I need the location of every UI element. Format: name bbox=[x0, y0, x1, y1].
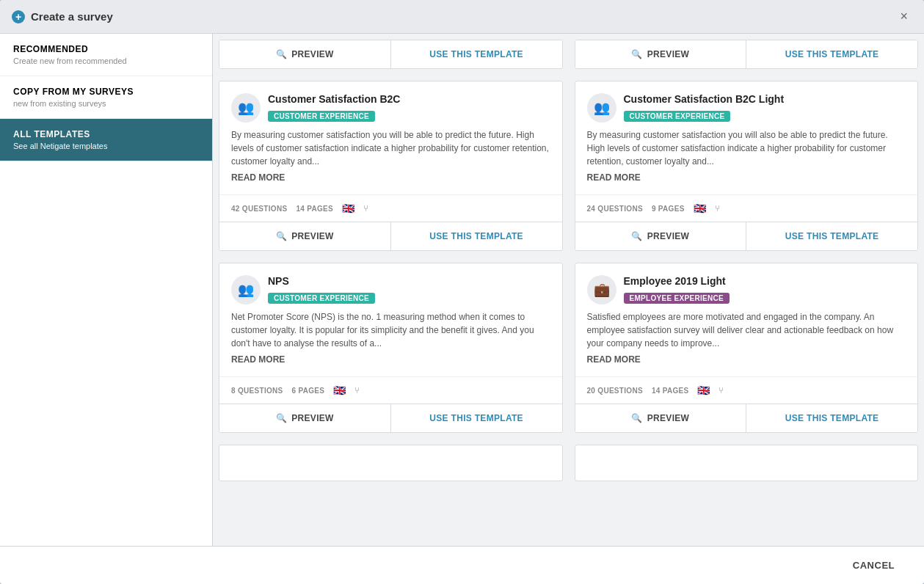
sidebar-item-recommended[interactable]: RECOMMENDED Create new from recommended bbox=[0, 34, 212, 76]
card-nps-icon: 👥 bbox=[231, 275, 261, 304]
card-csat-b2c-light-description: By measuring customer satisfaction you w… bbox=[587, 128, 906, 168]
preview-icon-csat-b2c-light: 🔍 bbox=[631, 231, 642, 241]
card-csat-b2c-pages: 14 PAGES bbox=[296, 205, 333, 213]
modal-title: Create a survey bbox=[31, 10, 113, 23]
card-csat-b2c-use-btn[interactable]: USE THIS TEMPLATE bbox=[391, 222, 562, 250]
card-employee-light-use-btn[interactable]: USE THIS TEMPLATE bbox=[746, 404, 917, 432]
card-csat-b2c-icon: 👥 bbox=[231, 93, 261, 123]
card-nps-flag: 🇬🇧 bbox=[333, 384, 346, 396]
card-nps-actions: 🔍 PREVIEW USE THIS TEMPLATE bbox=[219, 404, 562, 432]
card-csat-b2c-light-body: 👥 Customer Satisfaction B2C Light Custom… bbox=[575, 81, 918, 194]
card-nps: 👥 NPS Customer Experience Net Promoter S… bbox=[219, 263, 563, 433]
card-employee-light-badge: Employee Experience bbox=[624, 293, 730, 304]
card-csat-b2c-questions: 42 QUESTIONS bbox=[231, 205, 287, 213]
modal-header: + Create a survey × bbox=[0, 0, 924, 34]
card-csat-b2c-light-actions: 🔍 PREVIEW USE THIS TEMPLATE bbox=[575, 222, 918, 250]
card-employee-light-body: 💼 Employee 2019 Light Employee Experienc… bbox=[575, 263, 918, 376]
card-employee-light-flag: 🇬🇧 bbox=[697, 384, 710, 396]
card-csat-b2c: 👥 Customer Satisfaction B2C Customer Exp… bbox=[219, 81, 563, 251]
sidebar-item-copy-title: COPY FROM MY SURVEYS bbox=[13, 87, 199, 97]
close-button[interactable]: × bbox=[895, 7, 912, 26]
partial-preview-left[interactable]: 🔍 PREVIEW bbox=[219, 40, 391, 68]
card-nps-branch: ⑂ bbox=[354, 385, 360, 395]
card-csat-b2c-light-use-btn[interactable]: USE THIS TEMPLATE bbox=[746, 222, 917, 250]
card-csat-b2c-light-title: Customer Satisfaction B2C Light bbox=[624, 93, 906, 105]
card-nps-use-btn[interactable]: USE THIS TEMPLATE bbox=[391, 404, 562, 432]
card-csat-b2c-branch: ⑂ bbox=[363, 203, 368, 213]
card-nps-title-area: NPS Customer Experience bbox=[268, 275, 550, 304]
sidebar: RECOMMENDED Create new from recommended … bbox=[0, 34, 213, 546]
partial-use-left[interactable]: USE THIS TEMPLATE bbox=[391, 40, 562, 68]
card-nps-title: NPS bbox=[268, 275, 550, 287]
card-nps-questions: 8 QUESTIONS bbox=[231, 387, 283, 395]
card-csat-b2c-light-header: 👥 Customer Satisfaction B2C Light Custom… bbox=[587, 93, 906, 123]
cards-grid: 👥 Customer Satisfaction B2C Customer Exp… bbox=[213, 75, 924, 439]
card-csat-b2c-actions: 🔍 PREVIEW USE THIS TEMPLATE bbox=[219, 222, 562, 250]
partial-bottom-left bbox=[219, 445, 563, 481]
modal-header-left: + Create a survey bbox=[12, 10, 113, 23]
sidebar-item-all-title: ALL TEMPLATES bbox=[13, 129, 199, 139]
partial-card-right: 🔍 PREVIEW USE THIS TEMPLATE bbox=[575, 40, 919, 69]
card-employee-light-icon: 💼 bbox=[587, 275, 616, 304]
cancel-button[interactable]: CANCEL bbox=[841, 555, 906, 575]
card-csat-b2c-badge: Customer Experience bbox=[268, 111, 375, 122]
sidebar-item-all-templates[interactable]: ALL TEMPLATES See all Netigate templates bbox=[0, 119, 212, 161]
card-csat-b2c-meta: 42 QUESTIONS 14 PAGES 🇬🇧 ⑂ bbox=[219, 194, 562, 222]
plus-circle-icon: + bbox=[12, 10, 25, 23]
card-csat-b2c-title: Customer Satisfaction B2C bbox=[268, 93, 550, 105]
create-survey-modal: + Create a survey × RECOMMENDED Create n… bbox=[0, 0, 924, 584]
card-employee-light-preview-btn[interactable]: 🔍 PREVIEW bbox=[575, 404, 747, 432]
card-csat-b2c-light-icon: 👥 bbox=[587, 93, 616, 123]
card-nps-badge: Customer Experience bbox=[268, 293, 375, 304]
card-nps-read-more[interactable]: READ MORE bbox=[231, 354, 550, 365]
preview-icon-csat-b2c: 🔍 bbox=[276, 231, 287, 241]
card-employee-light-meta: 20 QUESTIONS 14 PAGES 🇬🇧 ⑂ bbox=[575, 376, 918, 404]
partial-use-right[interactable]: USE THIS TEMPLATE bbox=[746, 40, 917, 68]
card-employee-light-branch: ⑂ bbox=[719, 385, 724, 395]
card-employee-light-read-more[interactable]: READ MORE bbox=[587, 354, 906, 365]
card-csat-b2c-description: By measuring customer satisfaction you w… bbox=[231, 128, 550, 168]
card-csat-b2c-read-more[interactable]: READ MORE bbox=[231, 172, 550, 183]
sidebar-item-recommended-title: RECOMMENDED bbox=[13, 44, 199, 54]
card-csat-b2c-light-title-area: Customer Satisfaction B2C Light Customer… bbox=[624, 93, 906, 122]
sidebar-item-copy-surveys[interactable]: COPY FROM MY SURVEYS new from existing s… bbox=[0, 76, 212, 119]
card-employee-light-pages: 14 PAGES bbox=[652, 387, 689, 395]
sidebar-item-copy-subtitle: new from existing surveys bbox=[13, 99, 199, 108]
card-nps-body: 👥 NPS Customer Experience Net Promoter S… bbox=[219, 263, 562, 376]
partial-bottom-right bbox=[575, 445, 919, 481]
card-csat-b2c-light-read-more[interactable]: READ MORE bbox=[587, 172, 906, 183]
card-employee-light-questions: 20 QUESTIONS bbox=[587, 387, 643, 395]
card-employee-light-title: Employee 2019 Light bbox=[624, 275, 906, 287]
card-employee-light-actions: 🔍 PREVIEW USE THIS TEMPLATE bbox=[575, 404, 918, 432]
card-csat-b2c-preview-btn[interactable]: 🔍 PREVIEW bbox=[219, 222, 391, 250]
preview-icon-nps: 🔍 bbox=[276, 413, 287, 423]
preview-icon-partial-right: 🔍 bbox=[631, 49, 642, 59]
card-employee-light-title-area: Employee 2019 Light Employee Experience bbox=[624, 275, 906, 304]
card-nps-meta: 8 QUESTIONS 6 PAGES 🇬🇧 ⑂ bbox=[219, 376, 562, 404]
card-csat-b2c-body: 👥 Customer Satisfaction B2C Customer Exp… bbox=[219, 81, 562, 194]
card-csat-b2c-light-meta: 24 QUESTIONS 9 PAGES 🇬🇧 ⑂ bbox=[575, 194, 918, 222]
card-nps-preview-btn[interactable]: 🔍 PREVIEW bbox=[219, 404, 391, 432]
card-nps-header: 👥 NPS Customer Experience bbox=[231, 275, 550, 304]
card-csat-b2c-light: 👥 Customer Satisfaction B2C Light Custom… bbox=[575, 81, 919, 251]
partial-preview-right[interactable]: 🔍 PREVIEW bbox=[575, 40, 747, 68]
card-employee-light-description: Satisfied employees are more motivated a… bbox=[587, 310, 906, 350]
card-employee-light: 💼 Employee 2019 Light Employee Experienc… bbox=[575, 263, 919, 433]
partial-top-row: 🔍 PREVIEW USE THIS TEMPLATE 🔍 PREVIEW US… bbox=[213, 34, 924, 75]
card-csat-b2c-light-branch: ⑂ bbox=[715, 203, 720, 213]
card-nps-pages: 6 PAGES bbox=[292, 387, 325, 395]
sidebar-item-recommended-subtitle: Create new from recommended bbox=[13, 56, 199, 65]
sidebar-item-all-subtitle: See all Netigate templates bbox=[13, 142, 199, 150]
modal-footer: CANCEL bbox=[0, 546, 924, 584]
partial-card-left: 🔍 PREVIEW USE THIS TEMPLATE bbox=[219, 40, 563, 69]
card-csat-b2c-light-pages: 9 PAGES bbox=[652, 205, 685, 213]
card-employee-light-header: 💼 Employee 2019 Light Employee Experienc… bbox=[587, 275, 906, 304]
card-csat-b2c-light-preview-btn[interactable]: 🔍 PREVIEW bbox=[575, 222, 747, 250]
partial-bottom-row bbox=[213, 439, 924, 487]
card-csat-b2c-header: 👥 Customer Satisfaction B2C Customer Exp… bbox=[231, 93, 550, 123]
card-nps-description: Net Promoter Score (NPS) is the no. 1 me… bbox=[231, 310, 550, 350]
card-csat-b2c-light-questions: 24 QUESTIONS bbox=[587, 205, 643, 213]
modal-body: RECOMMENDED Create new from recommended … bbox=[0, 34, 924, 546]
preview-icon-employee-light: 🔍 bbox=[631, 413, 642, 423]
card-csat-b2c-title-area: Customer Satisfaction B2C Customer Exper… bbox=[268, 93, 550, 122]
